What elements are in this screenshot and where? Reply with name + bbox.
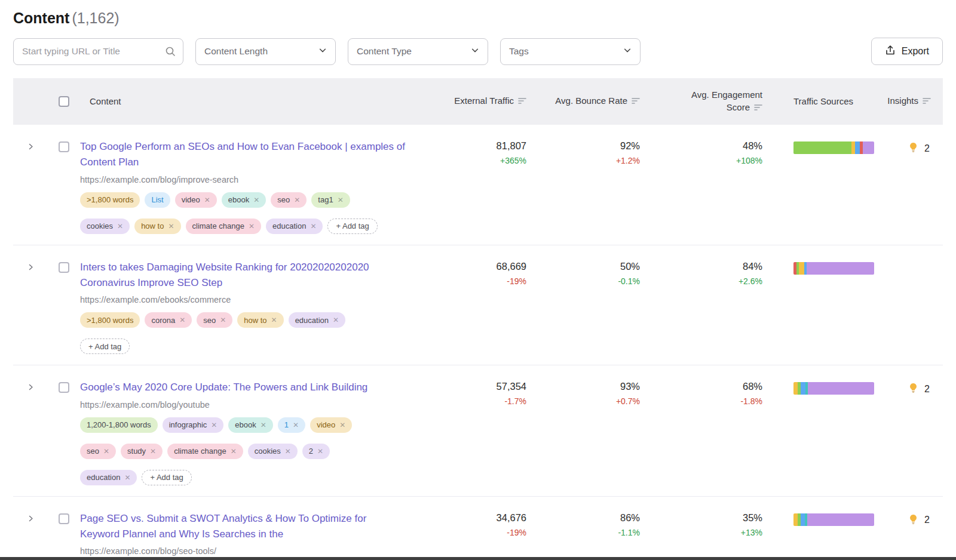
tag-chip[interactable]: climate change✕ (186, 219, 262, 234)
row-checkbox[interactable] (59, 262, 69, 273)
expand-row-icon[interactable] (27, 143, 35, 150)
column-header-insights[interactable]: Insights (883, 95, 943, 107)
tag-chip[interactable]: video✕ (310, 417, 352, 433)
lightbulb-icon[interactable] (908, 382, 919, 396)
remove-tag-icon[interactable]: ✕ (310, 223, 316, 230)
remove-tag-icon[interactable]: ✕ (317, 448, 323, 455)
remove-tag-icon[interactable]: ✕ (117, 223, 123, 230)
tag-chip[interactable]: 1,200-1,800 words (80, 417, 158, 433)
traffic-source-segment (808, 382, 874, 395)
tag-label: List (151, 195, 163, 204)
remove-tag-icon[interactable]: ✕ (271, 316, 277, 324)
search-box[interactable] (13, 38, 183, 65)
tag-chip[interactable]: List (145, 192, 170, 208)
tag-chip[interactable]: climate change✕ (167, 444, 243, 459)
tag-chip[interactable]: seo✕ (197, 312, 232, 328)
row-checkbox[interactable] (59, 141, 69, 152)
content-cell: Inters to takes Damaging Website Ranking… (80, 260, 428, 355)
remove-tag-icon[interactable]: ✕ (124, 474, 130, 481)
tag-chip[interactable]: education✕ (266, 219, 323, 234)
tag-chip[interactable]: seo✕ (271, 192, 307, 208)
tag-chip[interactable]: 1✕ (278, 417, 305, 433)
insights-count[interactable]: 2 (924, 515, 930, 525)
metric-value: 81,807 (428, 140, 526, 152)
page-title-text: Content (13, 10, 69, 26)
export-button[interactable]: Export (871, 38, 943, 65)
checkbox-cell (48, 380, 80, 393)
content-type-dropdown[interactable]: Content Type (348, 38, 488, 65)
remove-tag-icon[interactable]: ✕ (168, 223, 174, 230)
tag-chip[interactable]: corona✕ (145, 312, 192, 328)
remove-tag-icon[interactable]: ✕ (231, 448, 237, 455)
content-title-link[interactable]: Inters to takes Damaging Website Ranking… (80, 260, 406, 291)
tag-chip[interactable]: how to✕ (237, 312, 283, 328)
content-length-dropdown[interactable]: Content Length (195, 38, 336, 65)
tag-chip[interactable]: education✕ (289, 312, 345, 328)
content-cell: Top Google Perform an SEOs and How to Ev… (80, 139, 428, 234)
remove-tag-icon[interactable]: ✕ (333, 316, 339, 324)
row-checkbox[interactable] (59, 382, 69, 393)
tag-chip[interactable]: ebook✕ (228, 417, 272, 433)
remove-tag-icon[interactable]: ✕ (211, 421, 217, 429)
remove-tag-icon[interactable]: ✕ (204, 196, 210, 204)
tag-chip[interactable]: >1,800 words (80, 312, 140, 328)
tag-chip[interactable]: study✕ (121, 444, 163, 459)
add-tag-button[interactable]: + Add tag (142, 470, 191, 485)
tag-label: >1,800 words (87, 195, 133, 204)
tag-chip[interactable]: how to✕ (134, 219, 180, 234)
tag-chip[interactable]: 2✕ (302, 444, 330, 459)
expand-row-icon[interactable] (27, 263, 35, 271)
metric-value: 35% (658, 512, 762, 524)
export-icon (885, 45, 896, 58)
tag-label: education (295, 316, 329, 325)
remove-tag-icon[interactable]: ✕ (220, 316, 226, 324)
sort-icon[interactable] (518, 96, 526, 107)
remove-tag-icon[interactable]: ✕ (294, 196, 300, 204)
tag-chip[interactable]: tag1✕ (311, 192, 350, 208)
search-input[interactable] (21, 45, 165, 57)
remove-tag-icon[interactable]: ✕ (338, 196, 344, 204)
add-tag-button[interactable]: + Add tag (80, 339, 130, 354)
tag-label: tag1 (318, 195, 333, 204)
metric-delta: +0.7% (544, 396, 640, 406)
sort-icon[interactable] (632, 96, 640, 107)
tag-chip[interactable]: seo✕ (80, 444, 116, 459)
content-title-link[interactable]: Google’s May 2020 Core Update: The Power… (80, 380, 406, 395)
column-header-engagement-score[interactable]: Avg. Engagement Score (658, 89, 780, 114)
expand-row-icon[interactable] (27, 383, 35, 391)
column-header-bounce-rate[interactable]: Avg. Bounce Rate (544, 95, 658, 107)
metric-value: 84% (658, 261, 762, 272)
sort-icon[interactable] (923, 96, 931, 107)
content-title-link[interactable]: Top Google Perform an SEOs and How to Ev… (80, 139, 406, 171)
row-checkbox[interactable] (59, 513, 69, 524)
tag-chip[interactable]: ebook✕ (222, 192, 266, 208)
tag-chip[interactable]: >1,800 words (80, 192, 140, 208)
sort-icon[interactable] (754, 102, 762, 114)
tag-chip[interactable]: cookies✕ (248, 444, 298, 459)
remove-tag-icon[interactable]: ✕ (103, 448, 109, 455)
tags-dropdown[interactable]: Tags (500, 38, 641, 65)
add-tag-button[interactable]: + Add tag (327, 219, 377, 234)
tag-chip[interactable]: infographic✕ (163, 417, 224, 433)
tag-chip[interactable]: video✕ (175, 192, 217, 208)
content-title-link[interactable]: Page SEO vs. Submit a SWOT Analytics & H… (80, 511, 406, 543)
remove-tag-icon[interactable]: ✕ (150, 448, 156, 455)
lightbulb-icon[interactable] (908, 513, 919, 527)
remove-tag-icon[interactable]: ✕ (293, 421, 299, 429)
tag-chip[interactable]: education✕ (80, 470, 137, 485)
insights-count[interactable]: 2 (924, 384, 930, 395)
tag-label: video (317, 420, 335, 429)
remove-tag-icon[interactable]: ✕ (249, 223, 255, 230)
column-header-external-traffic[interactable]: External Traffic (428, 95, 544, 107)
insights-count[interactable]: 2 (924, 143, 930, 154)
tag-chip[interactable]: cookies✕ (80, 219, 130, 234)
remove-tag-icon[interactable]: ✕ (179, 316, 185, 324)
select-all-checkbox[interactable] (59, 96, 69, 107)
lightbulb-icon[interactable] (908, 141, 919, 155)
remove-tag-icon[interactable]: ✕ (253, 196, 259, 204)
remove-tag-icon[interactable]: ✕ (339, 421, 345, 429)
traffic-source-segment (855, 141, 860, 154)
remove-tag-icon[interactable]: ✕ (285, 448, 291, 455)
remove-tag-icon[interactable]: ✕ (261, 421, 266, 429)
expand-row-icon[interactable] (27, 515, 35, 522)
